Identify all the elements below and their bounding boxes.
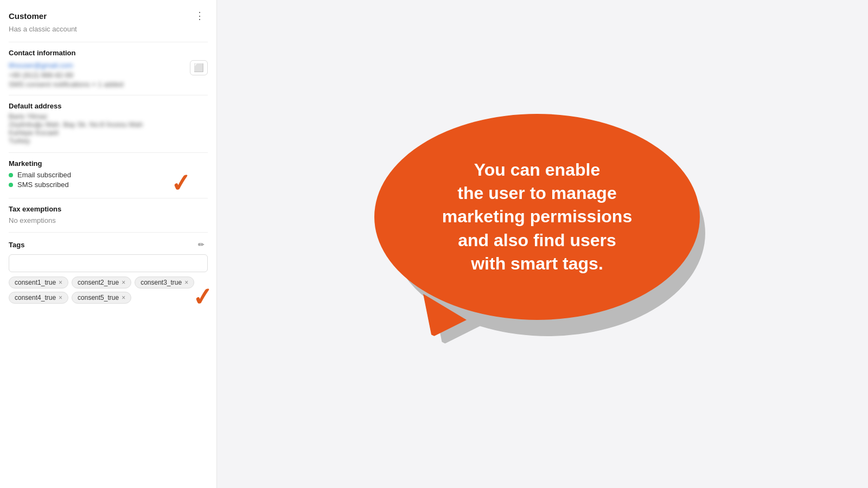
marketing-email-label: Email subscribed (17, 171, 71, 179)
tags-checkmark: ✓ (192, 284, 214, 310)
marketing-checkmark: ✓ (170, 170, 193, 196)
divider-3 (9, 152, 208, 153)
tax-section: Tax exemptions No exemptions (9, 205, 208, 224)
address-label: Default address (9, 102, 208, 110)
tags-list: consent1_true × consent2_true × consent3… (9, 277, 208, 304)
contact-phone: +90 (912) 988-82-89 (9, 71, 186, 79)
divider-4 (9, 198, 208, 198)
dot-sms (9, 183, 13, 187)
tag-remove-consent2[interactable]: × (122, 279, 125, 286)
tax-value: No exemptions (9, 216, 208, 224)
tag-remove-consent3[interactable]: × (184, 279, 188, 286)
contact-section-label: Contact information (9, 49, 208, 57)
tax-label: Tax exemptions (9, 205, 208, 213)
bubble-main: You can enablethe user to managemarketin… (374, 114, 700, 320)
tag-remove-consent4[interactable]: × (59, 294, 62, 301)
left-panel: Customer ⋮ Has a classic account Contact… (0, 0, 217, 488)
tags-section: Tags ✏ consent1_true × consent2_true × c… (9, 239, 208, 304)
tag-chip-consent4: consent4_true × (9, 292, 68, 304)
tags-list-wrapper: consent1_true × consent2_true × consent3… (9, 277, 208, 304)
dot-email (9, 173, 13, 177)
divider-2 (9, 95, 208, 95)
customer-more-button[interactable]: ⋮ (192, 9, 208, 23)
speech-bubble-wrapper: You can enablethe user to managemarketin… (374, 114, 711, 374)
tags-label: Tags (9, 241, 24, 249)
customer-title: Customer (9, 11, 47, 21)
right-panel: You can enablethe user to managemarketin… (217, 0, 868, 488)
address-section: Default address Baris Yilmaz Zeytinbuğu … (9, 102, 208, 145)
tag-label-consent1: consent1_true (15, 279, 56, 286)
tags-edit-button[interactable]: ✏ (195, 239, 208, 250)
tag-chip-consent3: consent3_true × (135, 277, 194, 288)
address-name: Baris Yilmaz (9, 112, 208, 120)
tag-chip-consent5: consent5_true × (72, 292, 131, 304)
tag-label-consent2: consent2_true (78, 279, 119, 286)
clipboard-icon: ⬜ (194, 63, 204, 72)
contact-email[interactable]: tlhouser@gmail.com (9, 61, 73, 69)
marketing-sms-label: SMS subscribed (17, 181, 69, 189)
contact-sms-consent: SMS consent notifications × 1 added (9, 80, 186, 88)
address-district: Kartepe Kocaeli (9, 129, 208, 137)
clipboard-button[interactable]: ⬜ (190, 60, 208, 75)
contact-details: tlhouser@gmail.com +90 (912) 988-82-89 S… (9, 60, 186, 88)
tag-label-consent3: consent3_true (141, 279, 182, 286)
customer-header: Customer ⋮ (9, 9, 208, 23)
bubble-text: You can enablethe user to managemarketin… (442, 158, 632, 275)
tag-label-consent4: consent4_true (15, 294, 56, 301)
address-street: Zeytinbuğu Mah. Bay Sk. No:8 İncesu Mah (9, 120, 208, 129)
tag-label-consent5: consent5_true (78, 294, 119, 301)
tag-chip-consent2: consent2_true × (72, 277, 131, 288)
tag-remove-consent5[interactable]: × (122, 294, 125, 301)
contact-block: tlhouser@gmail.com +90 (912) 988-82-89 S… (9, 60, 208, 88)
tag-remove-consent1[interactable]: × (59, 279, 62, 286)
tags-input[interactable] (9, 254, 208, 272)
divider-5 (9, 232, 208, 233)
divider-1 (9, 42, 208, 42)
tag-chip-consent1: consent1_true × (9, 277, 68, 288)
address-country: Turkey (9, 137, 208, 145)
marketing-label: Marketing (9, 159, 208, 168)
marketing-section: Marketing Email subscribed SMS subscribe… (9, 159, 208, 190)
customer-subtitle: Has a classic account (9, 25, 208, 33)
tags-header: Tags ✏ (9, 239, 208, 250)
